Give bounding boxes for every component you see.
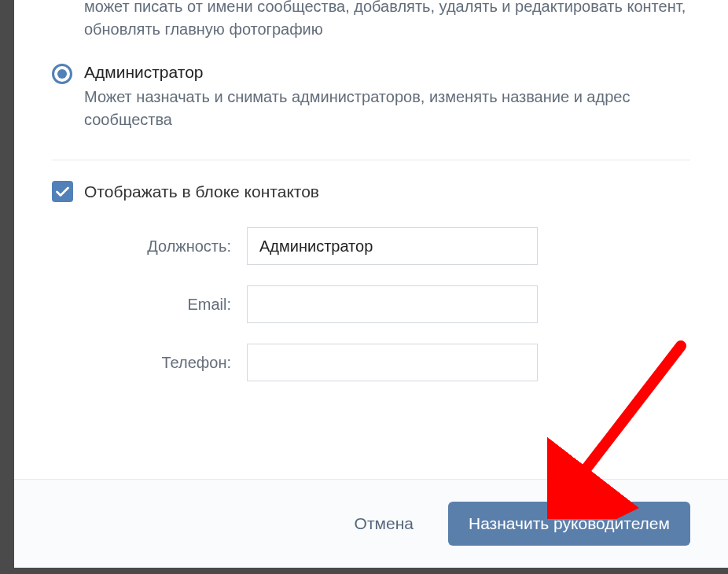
show-in-contacts-row[interactable]: Отображать в блоке контактов: [52, 181, 690, 202]
assign-manager-button[interactable]: Назначить руководителем: [448, 502, 690, 546]
phone-label: Телефон:: [52, 354, 247, 372]
role-admin-description: Может назначать и снимать администраторо…: [84, 86, 690, 131]
email-label: Email:: [52, 296, 247, 314]
position-input[interactable]: [247, 227, 538, 265]
position-row: Должность:: [52, 227, 690, 265]
contact-form: Должность: Email: Телефон:: [52, 227, 690, 381]
show-in-contacts-label: Отображать в блоке контактов: [84, 182, 319, 201]
radio-selected-icon[interactable]: [52, 64, 72, 84]
role-admin-title: Администратор: [84, 61, 690, 83]
assign-manager-dialog: может писать от имени сообщества, добавл…: [14, 0, 728, 568]
position-label: Должность:: [52, 237, 247, 256]
section-divider: [52, 160, 690, 160]
role-option-admin[interactable]: Администратор Может назначать и снимать …: [52, 61, 690, 131]
prior-role-description: может писать от имени сообщества, добавл…: [52, 0, 690, 41]
phone-input[interactable]: [247, 344, 538, 381]
phone-row: Телефон:: [52, 344, 690, 381]
email-input[interactable]: [247, 285, 538, 323]
email-row: Email:: [52, 285, 690, 323]
checkbox-checked-icon[interactable]: [52, 181, 73, 202]
dialog-footer: Отмена Назначить руководителем: [14, 479, 728, 568]
dialog-body: может писать от имени сообщества, добавл…: [14, 0, 728, 479]
cancel-button[interactable]: Отмена: [355, 514, 414, 533]
role-admin-content: Администратор Может назначать и снимать …: [84, 61, 690, 131]
